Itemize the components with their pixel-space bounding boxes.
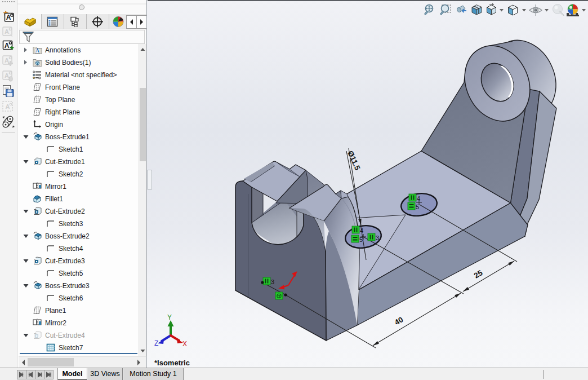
svg-text:Y: Y [167,313,172,321]
svg-text:Z: Z [154,339,158,347]
svg-text:A: A [5,72,9,79]
svg-text:3: 3 [376,235,379,241]
svg-text:A: A [6,103,10,110]
svg-text:4: 4 [360,227,363,234]
svg-text:*Isometric: *Isometric [154,359,190,367]
svg-text:X: X [182,340,187,348]
svg-text:A: A [5,42,10,50]
svg-text:A: A [35,48,39,54]
svg-text:5: 5 [359,236,363,243]
svg-text:4: 4 [417,195,420,202]
svg-text:3: 3 [271,279,274,285]
svg-text:5: 5 [416,204,419,210]
svg-text:A: A [5,28,9,35]
